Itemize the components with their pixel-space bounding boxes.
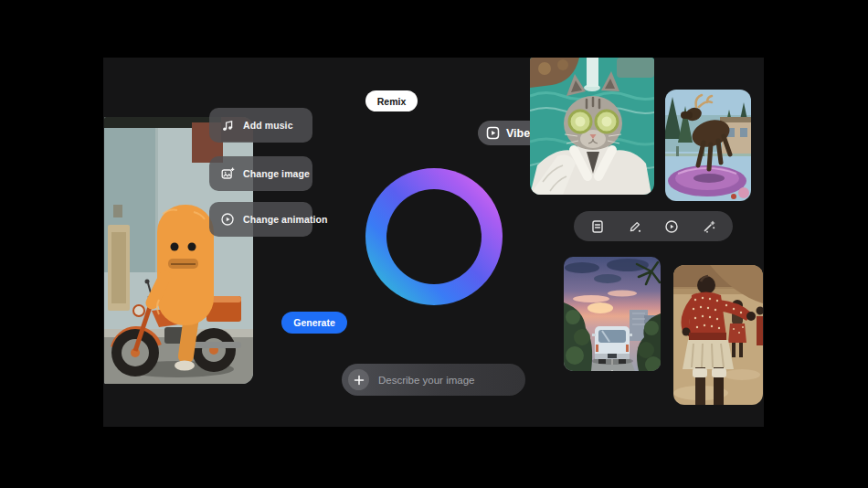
generate-button[interactable]: Generate: [281, 312, 347, 334]
play-square-icon: [486, 126, 500, 140]
cat-illustration: [530, 58, 654, 195]
media-toolbar: [574, 211, 733, 241]
moose-illustration: [665, 90, 751, 201]
dancers-video-tile[interactable]: [673, 265, 763, 405]
play-circle-icon: [220, 212, 235, 227]
change-image-label: Change image: [243, 168, 310, 179]
canvas: { "app": { "background": "#000000", "pan…: [0, 0, 868, 488]
gradient-ring-hole: [386, 189, 482, 284]
script-tool-button[interactable]: [590, 219, 605, 234]
generate-label: Generate: [293, 317, 335, 328]
change-image-button[interactable]: Change image: [209, 156, 312, 191]
image-plus-icon: [220, 166, 235, 181]
prompt-input[interactable]: [378, 375, 515, 386]
change-animation-label: Change animation: [243, 214, 328, 225]
main-panel: Add music Change image Change animation …: [103, 58, 764, 427]
van-illustration: [564, 257, 661, 371]
gradient-ring: [365, 168, 503, 305]
document-text-icon: [590, 219, 605, 234]
remix-button[interactable]: Remix: [365, 90, 418, 111]
dancers-illustration: [673, 265, 763, 405]
add-music-label: Add music: [243, 120, 293, 131]
pencil-sparkle-icon: [628, 219, 642, 234]
edit-tool-button[interactable]: [628, 219, 642, 234]
plus-icon: [354, 375, 365, 386]
play-tool-button[interactable]: [664, 219, 679, 234]
add-music-button[interactable]: Add music: [209, 108, 312, 143]
magic-wand-icon: [702, 219, 716, 234]
change-animation-button[interactable]: Change animation: [209, 202, 312, 237]
play-circle-icon: [664, 219, 679, 234]
cat-video-tile[interactable]: [530, 58, 654, 195]
prompt-bar[interactable]: [342, 364, 525, 396]
add-attachment-button[interactable]: [348, 369, 369, 390]
music-note-icon: [220, 118, 235, 133]
remix-label: Remix: [377, 96, 407, 107]
van-video-tile[interactable]: [564, 257, 661, 371]
magic-tool-button[interactable]: [702, 219, 716, 234]
moose-video-tile[interactable]: [665, 90, 751, 201]
